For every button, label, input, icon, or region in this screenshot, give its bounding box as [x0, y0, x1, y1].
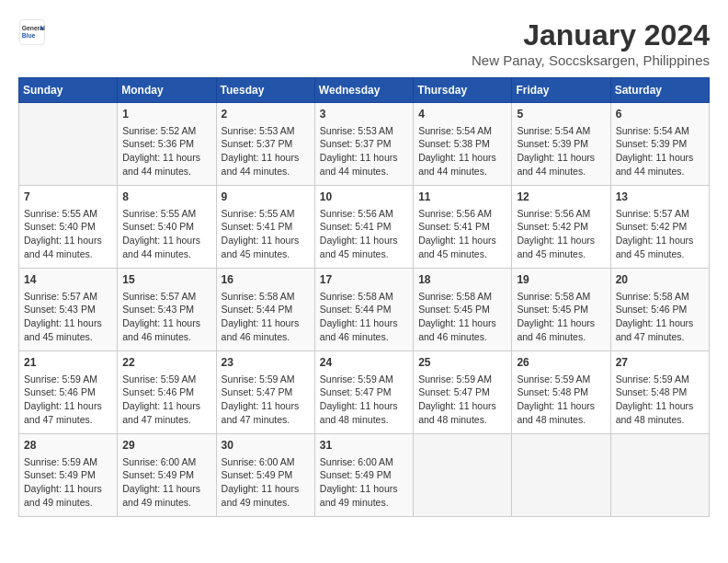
sunset-label: Sunset: 5:37 PM [320, 138, 392, 149]
day-number: 6 [616, 107, 704, 122]
day-number: 30 [222, 438, 310, 454]
sunrise-label: Sunrise: 5:59 AM [222, 373, 295, 385]
title-block: January 2024 New Panay, Soccsksargen, Ph… [472, 18, 710, 68]
sunrise-label: Sunrise: 5:56 AM [320, 208, 393, 219]
day-number: 27 [616, 355, 704, 371]
day-number: 18 [418, 272, 506, 288]
calendar-cell: 5 Sunrise: 5:54 AM Sunset: 5:39 PM Dayli… [512, 103, 610, 186]
sunrise-label: Sunrise: 5:59 AM [320, 373, 393, 385]
sunset-label: Sunset: 5:47 PM [418, 386, 490, 397]
calendar-cell: 20 Sunrise: 5:58 AM Sunset: 5:46 PM Dayl… [610, 269, 709, 351]
sunset-label: Sunset: 5:43 PM [122, 304, 194, 315]
daylight-label: Daylight: 11 hours and 45 minutes. [616, 235, 694, 259]
sunrise-label: Sunrise: 5:57 AM [616, 208, 689, 219]
daylight-label: Daylight: 11 hours and 49 minutes. [320, 483, 398, 508]
sunrise-label: Sunrise: 5:59 AM [616, 373, 689, 385]
sunset-label: Sunset: 5:36 PM [122, 138, 194, 149]
daylight-label: Daylight: 11 hours and 46 minutes. [517, 317, 595, 342]
sunset-label: Sunset: 5:41 PM [418, 221, 490, 232]
daylight-label: Daylight: 11 hours and 44 minutes. [122, 235, 200, 259]
day-number: 13 [616, 190, 704, 205]
daylight-label: Daylight: 11 hours and 47 minutes. [616, 317, 694, 342]
daylight-label: Daylight: 11 hours and 46 minutes. [418, 317, 496, 342]
weekday-header: Wednesday [314, 78, 413, 103]
day-number: 31 [320, 438, 408, 454]
day-number: 11 [418, 190, 506, 205]
daylight-label: Daylight: 11 hours and 45 minutes. [517, 235, 595, 259]
sunset-label: Sunset: 5:40 PM [122, 221, 194, 232]
daylight-label: Daylight: 11 hours and 44 minutes. [418, 152, 496, 177]
calendar-cell: 9 Sunrise: 5:55 AM Sunset: 5:41 PM Dayli… [216, 186, 314, 269]
daylight-label: Daylight: 11 hours and 45 minutes. [24, 317, 102, 342]
daylight-label: Daylight: 11 hours and 48 minutes. [320, 400, 398, 425]
calendar-cell: 7 Sunrise: 5:55 AM Sunset: 5:40 PM Dayli… [19, 186, 118, 269]
sunrise-label: Sunrise: 5:55 AM [222, 208, 295, 219]
calendar-week-row: 7 Sunrise: 5:55 AM Sunset: 5:40 PM Dayli… [19, 186, 710, 269]
calendar-cell: 4 Sunrise: 5:54 AM Sunset: 5:38 PM Dayli… [414, 103, 512, 186]
calendar-cell: 19 Sunrise: 5:58 AM Sunset: 5:45 PM Dayl… [512, 269, 610, 351]
sunset-label: Sunset: 5:49 PM [320, 469, 392, 480]
calendar-week-row: 1 Sunrise: 5:52 AM Sunset: 5:36 PM Dayli… [19, 103, 710, 186]
calendar-cell: 10 Sunrise: 5:56 AM Sunset: 5:41 PM Dayl… [314, 186, 413, 269]
daylight-label: Daylight: 11 hours and 47 minutes. [222, 400, 300, 425]
day-number: 15 [122, 272, 210, 288]
day-number: 8 [122, 190, 210, 205]
day-number: 16 [222, 272, 310, 288]
sunset-label: Sunset: 5:39 PM [517, 138, 588, 149]
sunrise-label: Sunrise: 5:59 AM [24, 373, 97, 385]
sunrise-label: Sunrise: 5:56 AM [418, 208, 492, 219]
calendar-cell: 28 Sunrise: 5:59 AM Sunset: 5:49 PM Dayl… [19, 434, 118, 517]
svg-text:Blue: Blue [22, 32, 36, 39]
calendar-cell: 31 Sunrise: 6:00 AM Sunset: 5:49 PM Dayl… [314, 434, 413, 517]
calendar-cell: 21 Sunrise: 5:59 AM Sunset: 5:46 PM Dayl… [19, 351, 118, 434]
sunset-label: Sunset: 5:45 PM [517, 304, 588, 315]
daylight-label: Daylight: 11 hours and 45 minutes. [418, 235, 496, 259]
day-number: 1 [122, 107, 210, 122]
logo-icon: General Blue [18, 18, 46, 46]
calendar-header-row: SundayMondayTuesdayWednesdayThursdayFrid… [19, 78, 710, 103]
calendar-table: SundayMondayTuesdayWednesdayThursdayFrid… [18, 77, 710, 517]
day-number: 3 [320, 107, 408, 122]
calendar-cell [512, 434, 610, 517]
calendar-cell: 8 Sunrise: 5:55 AM Sunset: 5:40 PM Dayli… [118, 186, 216, 269]
calendar-cell: 2 Sunrise: 5:53 AM Sunset: 5:37 PM Dayli… [216, 103, 314, 186]
calendar-cell: 24 Sunrise: 5:59 AM Sunset: 5:47 PM Dayl… [314, 351, 413, 434]
day-number: 19 [517, 272, 605, 288]
day-number: 12 [517, 190, 605, 205]
daylight-label: Daylight: 11 hours and 44 minutes. [24, 235, 102, 259]
calendar-cell: 22 Sunrise: 5:59 AM Sunset: 5:46 PM Dayl… [118, 351, 216, 434]
calendar-cell: 6 Sunrise: 5:54 AM Sunset: 5:39 PM Dayli… [610, 103, 709, 186]
calendar-week-row: 21 Sunrise: 5:59 AM Sunset: 5:46 PM Dayl… [19, 351, 710, 434]
sunset-label: Sunset: 5:49 PM [122, 469, 194, 480]
day-number: 26 [517, 355, 605, 371]
sunrise-label: Sunrise: 5:58 AM [616, 291, 689, 302]
sunset-label: Sunset: 5:47 PM [320, 386, 392, 397]
sunset-label: Sunset: 5:41 PM [222, 221, 293, 232]
sunset-label: Sunset: 5:41 PM [320, 221, 392, 232]
calendar-cell: 16 Sunrise: 5:58 AM Sunset: 5:44 PM Dayl… [216, 269, 314, 351]
day-number: 7 [24, 190, 112, 205]
daylight-label: Daylight: 11 hours and 44 minutes. [616, 152, 694, 177]
day-number: 9 [222, 190, 310, 205]
sunset-label: Sunset: 5:39 PM [616, 138, 688, 149]
weekday-header: Monday [118, 78, 216, 103]
sunset-label: Sunset: 5:38 PM [418, 138, 490, 149]
sunrise-label: Sunrise: 6:00 AM [320, 456, 393, 467]
calendar-cell: 13 Sunrise: 5:57 AM Sunset: 5:42 PM Dayl… [610, 186, 709, 269]
day-number: 24 [320, 355, 408, 371]
daylight-label: Daylight: 11 hours and 46 minutes. [320, 317, 398, 342]
sunrise-label: Sunrise: 5:55 AM [122, 208, 196, 219]
sunrise-label: Sunrise: 5:54 AM [418, 125, 492, 136]
sunrise-label: Sunrise: 5:59 AM [122, 373, 196, 385]
sunrise-label: Sunrise: 5:58 AM [517, 291, 590, 302]
day-number: 2 [222, 107, 310, 122]
sunset-label: Sunset: 5:37 PM [222, 138, 293, 149]
calendar-cell: 15 Sunrise: 5:57 AM Sunset: 5:43 PM Dayl… [118, 269, 216, 351]
sunrise-label: Sunrise: 5:58 AM [418, 291, 492, 302]
calendar-cell: 23 Sunrise: 5:59 AM Sunset: 5:47 PM Dayl… [216, 351, 314, 434]
sunrise-label: Sunrise: 5:52 AM [122, 125, 196, 136]
sunset-label: Sunset: 5:42 PM [517, 221, 588, 232]
main-title: January 2024 [472, 18, 710, 52]
calendar-cell: 27 Sunrise: 5:59 AM Sunset: 5:48 PM Dayl… [610, 351, 709, 434]
day-number: 28 [24, 438, 112, 454]
